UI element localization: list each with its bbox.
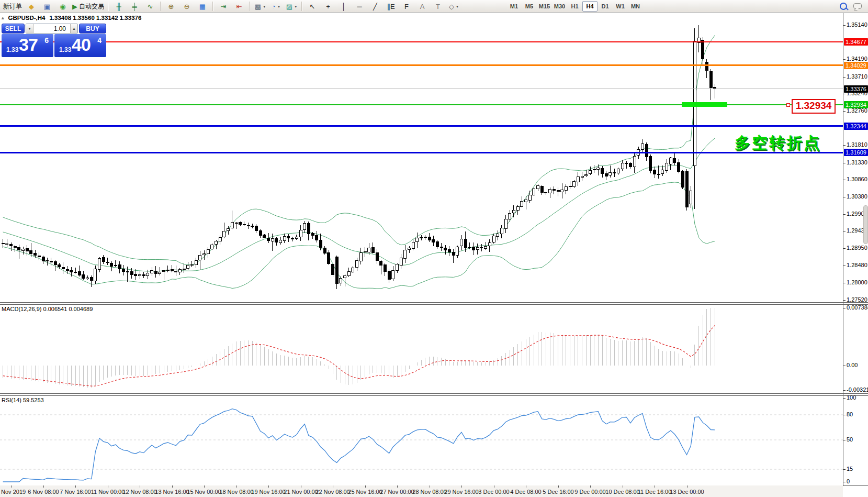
price-tick-mark (843, 197, 846, 197)
macd-panel-canvas[interactable] (0, 305, 843, 393)
buy-price-panel[interactable]: 1.33 40 4 (54, 34, 106, 57)
candle-body (497, 234, 499, 236)
template-icon[interactable]: ▨▾ (284, 1, 299, 12)
candle-body (456, 247, 459, 256)
candle-body (251, 226, 254, 226)
macd-signal-line (3, 325, 715, 386)
scrollbar-thumb[interactable] (863, 205, 868, 244)
timeframe-MN[interactable]: MN (628, 1, 643, 12)
buy-button[interactable]: BUY (79, 24, 106, 34)
rsi-tick-mark (843, 415, 846, 415)
candle-body (549, 190, 551, 193)
timeframe-H4[interactable]: H4 (582, 1, 598, 12)
trendline-icon[interactable]: ╱ (367, 1, 383, 12)
chart-shift-icon[interactable]: ⇤ (231, 1, 247, 12)
candle-body (424, 237, 426, 237)
timeframe-D1[interactable]: D1 (598, 1, 613, 12)
timeframe-W1[interactable]: W1 (613, 1, 628, 12)
date-tick-mark (397, 485, 398, 488)
text-icon[interactable]: A (414, 1, 430, 12)
new-order-button[interactable]: 新订单 (2, 1, 24, 12)
autotrade-button[interactable]: ▶自动交易 (71, 1, 106, 12)
volume-increment-button[interactable]: ▲ (70, 24, 77, 33)
candle-body (557, 191, 559, 192)
sell-button[interactable]: SELL (2, 24, 25, 34)
volume-decrement-button[interactable]: ▼ (26, 24, 33, 33)
candle-body (74, 272, 77, 272)
timeframe-M30[interactable]: M30 (552, 1, 567, 12)
rsi-tick-mark (843, 440, 846, 440)
candle-body (609, 172, 612, 175)
toolbar-separator (108, 2, 109, 11)
fibonacci-icon[interactable]: F (399, 1, 414, 12)
profiles-icon[interactable]: ◔▾ (268, 1, 284, 12)
candle-body (512, 210, 515, 213)
time-axis[interactable]: 5 Nov 20196 Nov 08:007 Nov 16:0011 Nov 0… (0, 485, 843, 497)
timeframe-M5[interactable]: M5 (522, 1, 537, 12)
date-label: 28 Nov 08:00 (412, 489, 446, 495)
rsi-panel-canvas[interactable] (0, 396, 843, 485)
bar-chart-icon: ╫ (116, 3, 121, 10)
bar-chart-icon[interactable]: ╫ (111, 1, 127, 12)
line-chart-icon[interactable]: ∿ (142, 1, 158, 12)
macd-rsi-splitter[interactable] (0, 393, 868, 394)
timeframe-M1[interactable]: M1 (506, 1, 522, 12)
tile-windows-icon[interactable]: ▦ (195, 1, 210, 12)
timeframe-M15[interactable]: M15 (537, 1, 552, 12)
macd-tick-mark (843, 308, 846, 308)
chevron-down-icon[interactable]: ▾ (278, 4, 280, 9)
resistance-line-red[interactable] (0, 41, 843, 42)
volume-value[interactable]: 1.00 (33, 24, 70, 33)
zoom-out-icon[interactable]: ⊖ (179, 1, 195, 12)
candle-body (219, 237, 221, 241)
support-line-blue-lower[interactable] (0, 152, 843, 153)
label-icon[interactable]: T (430, 1, 446, 12)
candle-body (263, 235, 266, 238)
signal-icon[interactable]: ◉ (55, 1, 71, 12)
rsi-label: RSI(14) 59.5253 (2, 397, 44, 403)
chevron-down-icon[interactable]: ▾ (263, 4, 265, 9)
shapes-icon[interactable]: ◇▾ (446, 1, 461, 12)
sell-price-panel[interactable]: 1.33 37 6 (2, 34, 53, 57)
crosshair-icon[interactable]: + (320, 1, 336, 12)
price-tick-label: 1.31810 (847, 141, 867, 148)
timeframe-H1[interactable]: H1 (567, 1, 582, 12)
terminal-icon[interactable]: ▣ (39, 1, 55, 12)
signal-icon: ◉ (60, 3, 65, 10)
vertical-line-icon[interactable]: │ (336, 1, 352, 12)
chevron-down-icon[interactable]: ▾ (456, 4, 458, 9)
zoom-in-icon[interactable]: ⊕ (163, 1, 179, 12)
turning-point-annotation[interactable]: 多空转折点 (735, 132, 821, 154)
resistance-line-orange[interactable] (0, 64, 843, 66)
channel-icon[interactable]: ∥E (383, 1, 399, 12)
candle-body (371, 248, 374, 253)
candle-body (460, 239, 463, 246)
search-icon[interactable] (840, 3, 847, 10)
date-tick-mark (75, 485, 76, 488)
chart-marker-icon: ▴ (2, 15, 4, 20)
price-label-annotation[interactable]: 1.32934 (792, 99, 836, 114)
rsi-line (3, 409, 715, 482)
date-tick-mark (655, 485, 655, 488)
horizontal-line-icon[interactable]: ─ (352, 1, 367, 12)
candlestick-icon[interactable]: ╪ (127, 1, 142, 12)
date-label: 22 Nov 08:00 (315, 489, 350, 495)
price-tick-mark (843, 266, 846, 266)
chat-icon[interactable] (853, 3, 862, 9)
chevron-down-icon[interactable]: ▾ (295, 4, 297, 9)
market-watch-icon[interactable]: ◆ (24, 1, 39, 12)
rsi-tick-label: 80 (847, 411, 853, 418)
toolbar-group-profiles: ▩▾◔▾▨▾ (252, 1, 299, 12)
support-line-blue-upper[interactable] (0, 125, 843, 127)
price-axis[interactable]: 1.351401.341901.337101.332401.327601.318… (843, 0, 868, 497)
cursor-icon[interactable]: ↖ (305, 1, 320, 12)
support-thick-segment[interactable] (682, 102, 727, 107)
candle-body (295, 237, 298, 238)
candle-body (151, 271, 153, 273)
new-chart-icon[interactable]: ▩▾ (252, 1, 268, 12)
main-macd-splitter[interactable] (0, 302, 868, 303)
auto-scroll-icon[interactable]: ⇥ (216, 1, 231, 12)
current-price-line[interactable] (0, 89, 843, 89)
main-chart-canvas[interactable] (0, 13, 843, 302)
date-label: 4 Dec 08:00 (510, 489, 541, 495)
